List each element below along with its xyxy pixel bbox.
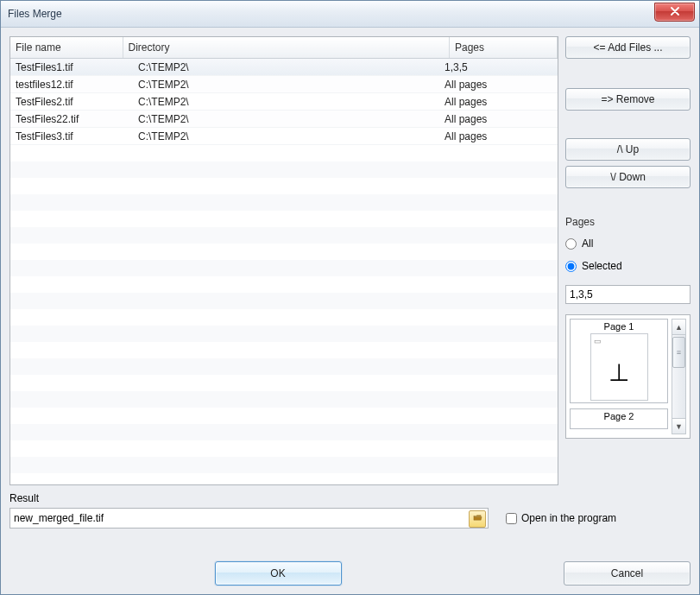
- file-list-body[interactable]: TestFiles1.tifC:\TEMP2\1,3,5testfiles12.…: [10, 59, 558, 484]
- upper-area: File name Directory Pages TestFiles1.tif…: [9, 36, 691, 485]
- result-file-input[interactable]: [9, 508, 489, 529]
- selected-pages-input[interactable]: [565, 285, 691, 304]
- scroll-thumb[interactable]: [672, 337, 685, 368]
- title-bar: Files Merge: [1, 1, 699, 28]
- pages-label: Pages: [565, 216, 691, 228]
- page-preview-list: Page 1 ▭ ⊥ Page 2 ▲: [565, 314, 691, 439]
- cancel-button[interactable]: Cancel: [564, 561, 691, 586]
- open-in-program-row[interactable]: Open in the program: [506, 512, 616, 524]
- table-row[interactable]: TestFiles3.tifC:\TEMP2\All pages: [10, 128, 558, 145]
- open-in-program-label: Open in the program: [521, 512, 616, 524]
- file-list[interactable]: File name Directory Pages TestFiles1.tif…: [9, 36, 558, 485]
- cell-directory: C:\TEMP2\: [133, 79, 439, 91]
- col-file-name[interactable]: File name: [10, 37, 123, 59]
- col-directory[interactable]: Directory: [123, 37, 450, 59]
- cell-pages: All pages: [439, 130, 558, 142]
- dialog-buttons: OK Cancel: [9, 561, 691, 586]
- pages-selected-radio[interactable]: [565, 261, 577, 272]
- cell-file-name: TestFiles22.tif: [10, 113, 133, 125]
- table-row[interactable]: TestFiles2.tifC:\TEMP2\All pages: [10, 93, 558, 111]
- preview-scroll[interactable]: Page 1 ▭ ⊥ Page 2: [570, 319, 668, 434]
- files-merge-dialog: Files Merge File name Directory Pages: [0, 0, 700, 595]
- cell-file-name: TestFiles3.tif: [10, 130, 133, 142]
- move-up-button[interactable]: /\ Up: [565, 138, 691, 161]
- remove-button[interactable]: => Remove: [565, 88, 691, 111]
- page-thumb-1-label: Page 1: [604, 321, 634, 332]
- cell-pages: All pages: [439, 79, 558, 91]
- pages-all-label: All: [582, 237, 593, 250]
- pages-selected-label: Selected: [582, 260, 622, 272]
- cell-pages: 1,3,5: [439, 61, 558, 73]
- ok-button[interactable]: OK: [215, 561, 342, 586]
- add-files-button[interactable]: <= Add Files ...: [565, 36, 691, 59]
- browse-button[interactable]: [469, 510, 486, 528]
- table-row[interactable]: testfiles12.tifC:\TEMP2\All pages: [10, 76, 558, 93]
- cell-pages: All pages: [439, 113, 558, 125]
- cell-file-name: TestFiles2.tif: [10, 96, 133, 108]
- cell-file-name: TestFiles1.tif: [10, 61, 133, 73]
- move-down-button[interactable]: \/ Down: [565, 166, 691, 188]
- table-row[interactable]: TestFiles1.tifC:\TEMP2\1,3,5: [10, 59, 558, 76]
- file-list-header: File name Directory Pages: [10, 37, 558, 59]
- cell-directory: C:\TEMP2\: [133, 130, 439, 142]
- cell-file-name: testfiles12.tif: [10, 79, 133, 91]
- table-row[interactable]: TestFiles22.tifC:\TEMP2\All pages: [10, 111, 558, 128]
- pages-all-radio[interactable]: [565, 238, 577, 250]
- scroll-up-arrow-icon[interactable]: ▲: [672, 320, 685, 335]
- cell-pages: All pages: [439, 96, 558, 108]
- page-thumb-1[interactable]: Page 1 ▭ ⊥: [570, 319, 668, 403]
- close-icon: [671, 6, 679, 18]
- preview-scrollbar[interactable]: ▲ ▼: [672, 319, 686, 434]
- scroll-down-arrow-icon[interactable]: ▼: [672, 418, 685, 434]
- image-icon: ▭: [594, 337, 602, 345]
- col-pages[interactable]: Pages: [450, 37, 558, 59]
- page-thumb-1-image: ▭ ⊥: [590, 333, 648, 401]
- close-button[interactable]: [654, 3, 695, 22]
- page-thumb-2-label: Page 2: [604, 411, 634, 421]
- folder-open-icon: [473, 513, 482, 525]
- cell-directory: C:\TEMP2\: [133, 113, 439, 125]
- result-label: Result: [9, 492, 691, 504]
- pages-selected-radio-row[interactable]: Selected: [565, 257, 691, 275]
- result-section: Result Open in the program: [9, 492, 691, 529]
- cell-directory: C:\TEMP2\: [133, 96, 439, 108]
- pages-all-radio-row[interactable]: All: [565, 235, 691, 252]
- window-title: Files Merge: [8, 8, 62, 20]
- page-thumb-2[interactable]: Page 2: [570, 408, 668, 429]
- open-in-program-checkbox[interactable]: [506, 513, 517, 524]
- dialog-content: File name Directory Pages TestFiles1.tif…: [1, 28, 699, 594]
- cell-directory: C:\TEMP2\: [133, 61, 439, 73]
- side-panel: <= Add Files ... => Remove /\ Up \/ Down…: [565, 36, 691, 485]
